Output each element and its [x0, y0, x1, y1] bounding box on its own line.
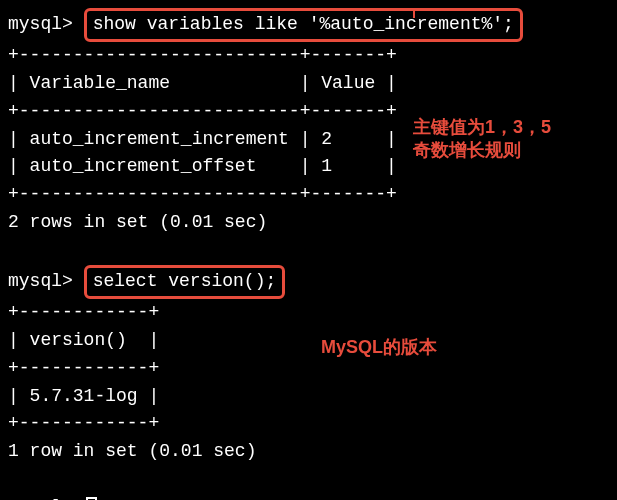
- result1: 2 rows in set (0.01 sec): [8, 209, 609, 237]
- table2-border-bot: +------------+: [8, 410, 609, 438]
- prompt-line-2: mysql> select version();: [8, 265, 609, 299]
- table1-header: | Variable_name | Value |: [8, 70, 609, 98]
- annotation-mysql-version: MySQL的版本: [321, 336, 437, 359]
- table2-row1: | 5.7.31-log |: [8, 383, 609, 411]
- annotation-tick: [413, 8, 415, 18]
- table2-border-top: +------------+: [8, 299, 609, 327]
- query-2-highlight: select version();: [84, 265, 286, 299]
- mysql-prompt: mysql>: [8, 268, 84, 296]
- blank-line-1: [8, 237, 609, 265]
- result2: 1 row in set (0.01 sec): [8, 438, 609, 466]
- terminal-output: mysql> show variables like '%auto_increm…: [8, 8, 609, 500]
- annotation-primary-key: 主键值为1，3，5 奇数增长规则: [413, 116, 551, 163]
- table1-border-bot: +--------------------------+-------+: [8, 181, 609, 209]
- query-1-highlight: show variables like '%auto_increment%';: [84, 8, 523, 42]
- table2-border-mid: +------------+: [8, 355, 609, 383]
- blank-line-2: [8, 466, 609, 494]
- mysql-prompt: mysql>: [8, 494, 84, 500]
- prompt-line-3[interactable]: mysql>: [8, 494, 609, 500]
- table2-header: | version() |: [8, 327, 609, 355]
- table1-border-top: +--------------------------+-------+: [8, 42, 609, 70]
- mysql-prompt: mysql>: [8, 11, 84, 39]
- prompt-line-1: mysql> show variables like '%auto_increm…: [8, 8, 609, 42]
